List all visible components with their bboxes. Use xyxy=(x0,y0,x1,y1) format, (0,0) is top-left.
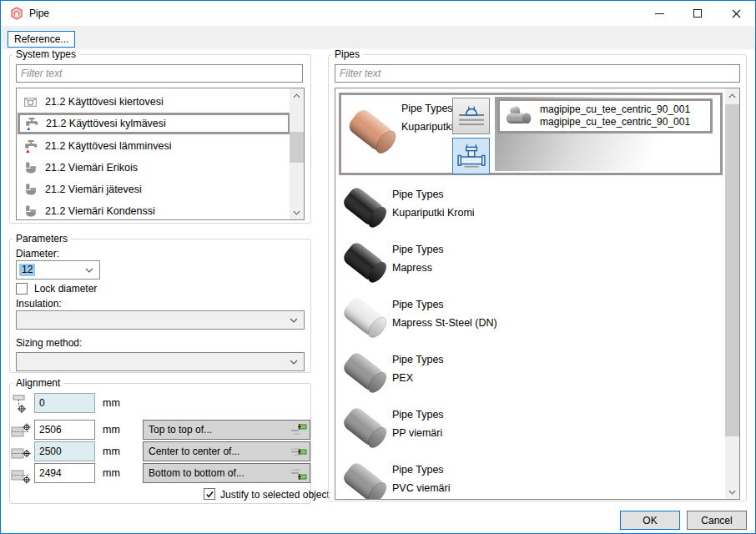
parameters-group-label: Parameters xyxy=(13,233,71,244)
bottom-align-icon xyxy=(290,466,307,481)
faucet-warm-icon xyxy=(23,139,38,154)
scroll-down-icon[interactable] xyxy=(725,485,739,499)
toilet-icon xyxy=(23,204,38,219)
pipe-type-line1: Pipe Types xyxy=(392,464,444,476)
scrollbar-thumb[interactable] xyxy=(725,104,739,436)
align-bottom-icon xyxy=(11,464,33,486)
saddle-fitting-icon xyxy=(457,102,486,130)
elevation-icon xyxy=(11,393,33,415)
ok-button[interactable]: OK xyxy=(620,511,680,530)
system-types-scrollbar[interactable] xyxy=(290,88,304,219)
pipe-type-line2: PP viemäri xyxy=(392,427,442,439)
titlebar[interactable]: Pipe xyxy=(1,1,755,26)
pipe-item[interactable]: Pipe Types Mapress St-Steel (DN) xyxy=(336,292,725,347)
bottom-to-bottom-button[interactable]: Bottom to bottom of... xyxy=(143,463,310,483)
top-align-icon xyxy=(290,423,307,437)
align-center-icon xyxy=(11,442,33,464)
pipe-type-line1: Pipe Types xyxy=(392,409,444,421)
circulation-icon xyxy=(23,95,38,109)
scrollbar-thumb[interactable] xyxy=(290,132,304,163)
system-type-label: 21.2 Käyttövesi kylmävesi xyxy=(46,118,166,129)
pipe-thumbnail xyxy=(340,458,392,500)
minimize-button[interactable] xyxy=(640,1,678,26)
justify-checkbox[interactable] xyxy=(204,488,215,500)
pipes-list: Pipe Types Kupariputki xyxy=(335,88,740,500)
top-offset-input[interactable] xyxy=(34,420,95,440)
fitting-name: magipipe_cu_tee_centric_90_001 xyxy=(540,103,690,116)
chevron-down-icon xyxy=(290,318,298,323)
unit-label: mm xyxy=(103,397,120,409)
scroll-up-icon[interactable] xyxy=(725,88,739,103)
system-type-label: 21.2 Viemäri jätevesi xyxy=(45,184,142,195)
pipe-thumbnail xyxy=(345,104,402,161)
pipe-thumbnail xyxy=(340,403,392,455)
pipe-thumbnail xyxy=(340,183,392,234)
top-to-top-button[interactable]: Top to top of... xyxy=(143,420,310,440)
pipe-item[interactable]: Pipe Types PEX xyxy=(336,347,725,402)
pipe-item[interactable]: Pipe Types Mapress xyxy=(336,237,725,292)
unit-label: mm xyxy=(103,446,120,457)
pipe-item-selected[interactable]: Pipe Types Kupariputki xyxy=(339,93,723,175)
system-type-label: 21.2 Käyttövesi lämminvesi xyxy=(45,140,171,152)
window-title: Pipe xyxy=(29,8,49,19)
pipe-item[interactable]: Pipe Types PVC viemäri xyxy=(336,457,725,500)
pipe-item[interactable]: Pipe Types PP viemäri xyxy=(336,402,725,457)
pipe-item[interactable]: Pipe Types Kupariputki Kromi xyxy=(336,182,725,237)
unit-label: mm xyxy=(103,424,120,436)
pipe-type-line1: Pipe Types xyxy=(401,103,453,114)
system-type-item[interactable]: 21.2 Viemäri Kondenssi xyxy=(18,200,290,220)
center-align-icon xyxy=(290,445,307,459)
insulation-combobox[interactable] xyxy=(16,310,305,330)
tee-connection-button[interactable] xyxy=(452,138,490,174)
top-to-top-label: Top to top of... xyxy=(149,424,212,436)
cancel-button[interactable]: Cancel xyxy=(687,511,747,530)
app-icon xyxy=(10,7,23,20)
system-type-item-selected[interactable]: 21.2 Käyttövesi kylmävesi xyxy=(18,113,290,134)
tee-fitting-icon xyxy=(457,142,486,170)
fitting-item-selected[interactable]: magipipe_cu_tee_centric_90_001 magipipe_… xyxy=(497,98,713,134)
close-button[interactable] xyxy=(717,1,755,26)
toolbar: Reference... xyxy=(1,26,755,49)
system-types-filter-input[interactable] xyxy=(16,64,303,83)
center-offset-input[interactable] xyxy=(34,441,95,461)
reference-button[interactable]: Reference... xyxy=(8,31,75,48)
system-type-item[interactable]: 21.2 Viemäri rasva xyxy=(18,219,290,220)
pipes-filter-input[interactable] xyxy=(335,64,740,83)
center-to-center-label: Center to center of... xyxy=(149,446,239,457)
system-type-item[interactable]: 21.2 Viemäri jätevesi xyxy=(18,179,290,200)
scroll-down-icon[interactable] xyxy=(290,205,304,219)
lock-diameter-label: Lock diameter xyxy=(34,283,97,295)
system-types-group-label: System types xyxy=(13,48,79,60)
diameter-label: Diameter: xyxy=(16,248,59,259)
pipe-type-line2: Mapress xyxy=(392,262,432,274)
pipes-scrollbar[interactable] xyxy=(725,88,739,499)
unit-label: mm xyxy=(103,467,120,479)
system-type-item[interactable]: 21.2 Käyttövesi kiertovesi xyxy=(18,91,290,113)
bottom-offset-input[interactable] xyxy=(34,463,95,483)
pipe-type-line1: Pipe Types xyxy=(392,189,444,200)
system-type-item[interactable]: 21.2 Viemäri Erikois xyxy=(18,157,290,179)
sizing-method-combobox[interactable] xyxy=(16,352,305,371)
system-type-item[interactable]: 21.2 Käyttövesi lämminvesi xyxy=(18,135,290,157)
toilet-icon xyxy=(23,183,38,197)
diameter-combobox[interactable]: 12 xyxy=(16,260,100,280)
chevron-down-icon xyxy=(290,360,298,365)
pipe-thumbnail xyxy=(340,293,392,345)
fitting-panel: magipipe_cu_tee_centric_90_001 magipipe_… xyxy=(495,97,717,171)
checkmark-icon xyxy=(205,490,214,499)
chevron-down-icon xyxy=(85,268,93,273)
pipes-group-label: Pipes xyxy=(331,48,363,60)
minimize-icon xyxy=(655,13,664,14)
pipe-dialog-window: Pipe Reference... System types 21.2 Käyt… xyxy=(0,0,756,534)
maximize-icon xyxy=(693,9,702,18)
lock-diameter-checkbox[interactable] xyxy=(16,283,28,295)
scroll-up-icon[interactable] xyxy=(290,88,304,103)
insulation-label: Insulation: xyxy=(16,298,62,310)
system-type-label: 21.2 Viemäri Erikois xyxy=(45,162,138,174)
maximize-button[interactable] xyxy=(678,1,717,26)
elevation-input[interactable] xyxy=(34,393,95,413)
pipe-type-line2: PEX xyxy=(392,372,413,384)
bottom-to-bottom-label: Bottom to bottom of... xyxy=(149,467,244,479)
saddle-connection-button[interactable] xyxy=(452,98,490,134)
center-to-center-button[interactable]: Center to center of... xyxy=(143,441,310,461)
